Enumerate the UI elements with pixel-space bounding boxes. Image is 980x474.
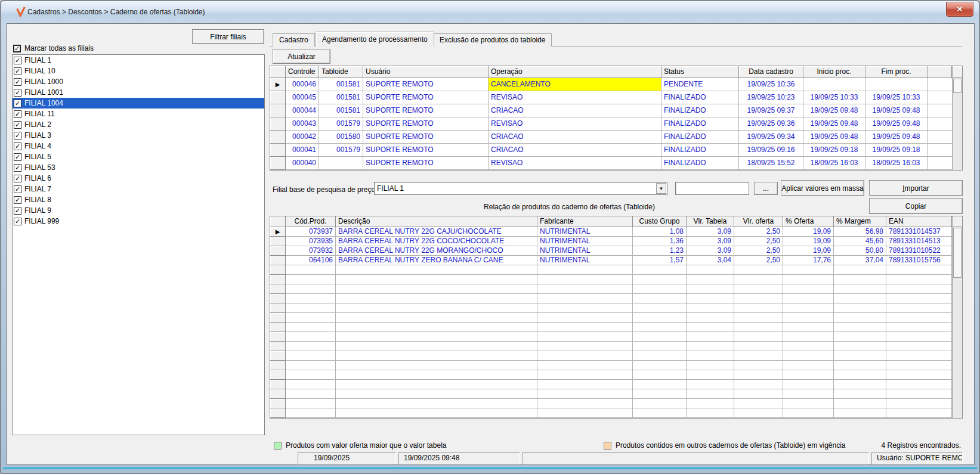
cell[interactable]: 18/09/25 15:52: [739, 157, 803, 170]
table-row-empty[interactable]: [270, 265, 952, 275]
cell[interactable]: [865, 78, 928, 91]
cell[interactable]: 2,50: [734, 246, 783, 256]
col-operacao[interactable]: Operação: [489, 66, 661, 78]
row-selector[interactable]: [270, 408, 286, 418]
cell[interactable]: FINALIZADO: [661, 104, 739, 117]
cell[interactable]: 37,04: [834, 256, 886, 265]
table-row-empty[interactable]: [270, 313, 952, 323]
list-item[interactable]: ✓FILIAL 10: [13, 66, 264, 76]
cell[interactable]: 19/09/25 10:23: [739, 91, 803, 104]
col-vlr-oferta[interactable]: Vlr. oferta: [734, 216, 783, 227]
col-fabricante[interactable]: Fabricante: [537, 216, 633, 227]
list-item[interactable]: ✓FILIAL 4: [13, 141, 264, 151]
cell[interactable]: 19/09/25 09:18: [865, 144, 928, 157]
cell[interactable]: 19,09: [783, 237, 834, 246]
cell[interactable]: 2,50: [734, 227, 783, 237]
cell[interactable]: 000040: [286, 157, 319, 170]
cell[interactable]: 073932: [286, 246, 336, 256]
cell[interactable]: 45,60: [834, 237, 886, 246]
cell[interactable]: 19/09/25 09:48: [865, 117, 928, 131]
filiais-listbox[interactable]: ✓FILIAL 1 ✓FILIAL 10 ✓FILIAL 1000 ✓FILIA…: [12, 54, 265, 435]
cell[interactable]: SUPORTE REMOTO: [363, 144, 489, 157]
cell[interactable]: FINALIZADO: [661, 144, 739, 157]
titlebar[interactable]: Cadastros > Descontos > Caderno de ofert…: [1, 1, 979, 23]
cell[interactable]: 1,36: [633, 237, 687, 246]
row-selector[interactable]: [270, 294, 286, 303]
list-item[interactable]: ✓FILIAL 1001: [13, 87, 264, 98]
cell[interactable]: 000046: [286, 78, 319, 91]
col-pct-oferta[interactable]: % Oferta: [783, 216, 834, 227]
ellipsis-button[interactable]: ...: [754, 182, 778, 195]
row-selector[interactable]: [270, 131, 286, 144]
col-vlr-tabela[interactable]: Vlr. Tabela: [687, 216, 734, 227]
cell[interactable]: 19/09/25 09:48: [803, 117, 865, 131]
cell[interactable]: 19/09/25 09:48: [865, 104, 928, 117]
cell[interactable]: 1,23: [633, 246, 687, 256]
cell[interactable]: 3,09: [687, 246, 734, 256]
table-row-empty[interactable]: [270, 294, 952, 303]
vertical-scrollbar[interactable]: [952, 66, 962, 170]
checkbox-checked-icon[interactable]: ✓: [14, 207, 21, 215]
list-item[interactable]: ✓FILIAL 53: [13, 162, 264, 173]
cell[interactable]: 19/09/25 10:33: [865, 91, 928, 104]
cell[interactable]: 000043: [286, 117, 319, 131]
table-row[interactable]: 073935BARRA CEREAL NUTRY 22G COCO/CHOCOL…: [270, 237, 952, 246]
cell[interactable]: SUPORTE REMOTO: [363, 117, 489, 131]
cell[interactable]: BARRA CEREAL NUTRY ZERO BANANA C/ CANE: [336, 256, 537, 265]
cell[interactable]: NUTRIMENTAL: [537, 256, 633, 265]
checkbox-checked-icon[interactable]: ✓: [14, 175, 21, 182]
table-row-empty[interactable]: [270, 303, 952, 313]
cell[interactable]: 19/09/25 10:36: [739, 78, 803, 91]
row-selector[interactable]: [270, 370, 286, 380]
cell[interactable]: 001580: [319, 131, 363, 144]
cell[interactable]: SUPORTE REMOTO: [363, 131, 489, 144]
tab-agendamento[interactable]: Agendamento de processamento: [316, 32, 434, 47]
col-usuario[interactable]: Usuário: [363, 66, 489, 78]
list-item[interactable]: ✓FILIAL 1: [13, 55, 264, 66]
table-row[interactable]: 064106BARRA CEREAL NUTRY ZERO BANANA C/ …: [270, 256, 952, 265]
cell[interactable]: BARRA CEREAL NUTRY 22G CAJU/CHOCOLATE: [336, 227, 537, 237]
chevron-down-icon[interactable]: ▼: [656, 183, 666, 194]
row-selector[interactable]: [270, 91, 286, 104]
cell[interactable]: 064106: [286, 256, 336, 265]
table-row-empty[interactable]: [270, 361, 952, 370]
col-fim-proc[interactable]: Fim proc.: [865, 66, 928, 78]
row-selector[interactable]: [270, 144, 286, 157]
table-row-empty[interactable]: [270, 275, 952, 284]
table-row[interactable]: 073932BARRA CEREAL NUTRY 22G MORANGO/CHO…: [270, 246, 952, 256]
cell[interactable]: NUTRIMENTAL: [537, 246, 633, 256]
tab-cadastro[interactable]: Cadastro: [273, 33, 315, 47]
row-selector[interactable]: [270, 284, 286, 294]
cell[interactable]: 2,50: [734, 256, 783, 265]
checkbox-checked-icon[interactable]: ✓: [14, 164, 21, 172]
cell[interactable]: SUPORTE REMOTO: [363, 78, 489, 91]
cell[interactable]: BARRA CEREAL NUTRY 22G COCO/CHOCOLATE: [336, 237, 537, 246]
list-item[interactable]: ✓FILIAL 1000: [13, 76, 264, 87]
cell[interactable]: 18/09/25 16:03: [803, 157, 865, 170]
col-controle[interactable]: Controle: [286, 66, 319, 78]
cell[interactable]: 000041: [286, 144, 319, 157]
list-item-selected[interactable]: ✓FILIAL 1004: [13, 98, 264, 109]
row-selector[interactable]: [270, 332, 286, 342]
list-item[interactable]: ✓FILIAL 8: [13, 194, 264, 205]
checkbox-checked-icon[interactable]: ✓: [13, 45, 21, 52]
cell[interactable]: PENDENTE: [661, 78, 739, 91]
list-item[interactable]: ✓FILIAL 9: [13, 205, 264, 216]
cell[interactable]: 19,09: [783, 227, 834, 237]
checkbox-checked-icon[interactable]: ✓: [14, 185, 21, 193]
row-selector[interactable]: [270, 275, 286, 284]
checkbox-checked-icon[interactable]: ✓: [14, 196, 21, 204]
cell[interactable]: 073935: [286, 237, 336, 246]
checkbox-checked-icon[interactable]: ✓: [14, 218, 21, 225]
table-row-empty[interactable]: [270, 389, 952, 399]
cell[interactable]: 2,50: [734, 237, 783, 246]
row-selector[interactable]: [270, 303, 286, 313]
cell[interactable]: 19/09/25 09:34: [739, 131, 803, 144]
cell[interactable]: SUPORTE REMOTO: [363, 91, 489, 104]
cell[interactable]: 17,76: [783, 256, 834, 265]
col-custo-grupo[interactable]: Custo Grupo: [633, 216, 687, 227]
cell[interactable]: SUPORTE REMOTO: [363, 157, 489, 170]
table-row[interactable]: 000042001580SUPORTE REMOTOCRIACAOFINALIZ…: [270, 131, 952, 144]
table-row[interactable]: 000043001579SUPORTE REMOTOREVISAOFINALIZ…: [270, 117, 952, 131]
list-item[interactable]: ✓FILIAL 999: [13, 216, 264, 227]
